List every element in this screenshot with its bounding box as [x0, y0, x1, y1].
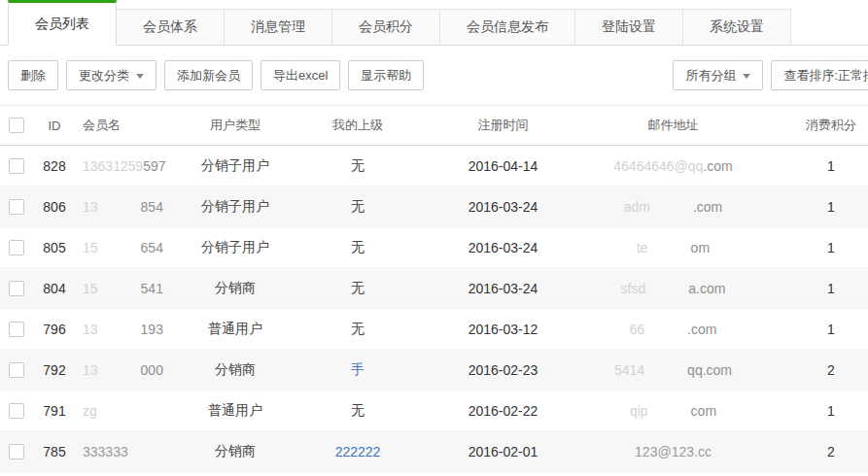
register-date: 2016-04-14	[418, 158, 588, 174]
email-address: sfsda.com	[588, 281, 758, 296]
register-date: 2016-02-01	[418, 444, 588, 459]
consume-points: 1	[758, 281, 868, 296]
column-header-id: ID	[33, 119, 76, 133]
register-date: 2016-03-24	[418, 281, 588, 296]
consume-points: 1	[758, 322, 868, 337]
superior-link[interactable]: 手	[351, 361, 365, 377]
tab-6[interactable]: 系统设置	[682, 9, 791, 45]
row-checkbox[interactable]	[9, 158, 24, 174]
redacted-text-start: 5414	[614, 362, 644, 378]
column-header-date: 注册时间	[418, 117, 588, 134]
redacted-text-end: 000	[141, 362, 163, 378]
member-name: 13631259597	[76, 158, 173, 174]
redacted-text-end: .com	[693, 199, 722, 215]
redacted-text-end: 654	[141, 240, 163, 255]
row-checkbox[interactable]	[9, 199, 24, 215]
superior: 无	[297, 402, 418, 420]
column-header-type: 用户类型	[173, 117, 297, 134]
table-header-row: ID会员名用户类型我的上级注册时间邮件地址消费积分	[0, 105, 868, 146]
superior: 无	[297, 239, 418, 256]
row-checkbox[interactable]	[9, 240, 24, 255]
consume-points: 1	[758, 158, 868, 174]
table-row: 79613193普通用户无2016-03-1266.com1	[0, 309, 868, 350]
member-name: 13193	[76, 322, 173, 337]
show-help-button[interactable]: 显示帮助	[348, 60, 424, 90]
row-checkbox-cell	[0, 199, 33, 215]
member-name: 13000	[76, 362, 173, 378]
email-address: 5414qq.com	[588, 362, 758, 378]
member-id: 791	[33, 403, 76, 419]
row-checkbox-cell	[0, 322, 33, 337]
superior[interactable]: 222222	[297, 444, 418, 459]
row-checkbox[interactable]	[9, 362, 24, 378]
redacted-text-start: zg	[83, 403, 97, 419]
member-name: 15541	[76, 281, 173, 296]
view-sort-button[interactable]: 查看排序:正常排序	[771, 60, 868, 90]
superior: 无	[297, 280, 418, 297]
superior: 无	[297, 198, 418, 216]
row-checkbox-cell	[0, 403, 33, 419]
add-member-button[interactable]: 添加新会员	[164, 60, 253, 90]
redacted-text-start: 13	[83, 362, 98, 378]
member-name: 13854	[76, 199, 173, 215]
superior: 无	[297, 157, 418, 175]
consume-points: 1	[758, 403, 868, 419]
redacted-text-end: 541	[141, 281, 163, 296]
member-id: 796	[33, 322, 76, 337]
member-id: 806	[33, 199, 76, 215]
redacted-text-end: om	[691, 240, 710, 255]
tab-0-active[interactable]: 会员列表	[8, 0, 117, 46]
member-id: 828	[33, 158, 76, 174]
redacted-text-start: 13631259	[83, 158, 143, 174]
all-groups-label: 所有分组	[685, 67, 736, 85]
tab-1[interactable]: 会员体系	[116, 9, 225, 45]
consume-points: 2	[758, 362, 868, 378]
member-name: zg	[76, 403, 173, 419]
row-checkbox-cell	[0, 444, 33, 459]
row-checkbox-cell	[0, 158, 33, 174]
member-id: 792	[33, 362, 76, 378]
table-row: 80613854分销子用户无2016-03-24adm.com1	[0, 187, 868, 227]
table-row: 791zg普通用户无2016-02-22qipcom1	[0, 391, 868, 431]
user-type: 分销商	[173, 361, 297, 379]
user-type: 分销子用户	[173, 157, 297, 175]
change-category-button[interactable]: 更改分类	[66, 60, 156, 90]
tab-3[interactable]: 会员积分	[331, 9, 440, 45]
delete-button[interactable]: 删除	[8, 60, 58, 90]
tab-5[interactable]: 登陆设置	[574, 9, 683, 45]
consume-points: 1	[758, 199, 868, 215]
tab-2[interactable]: 消息管理	[224, 9, 332, 45]
redacted-text-start: 46464646@qq	[613, 158, 703, 174]
user-type: 分销商	[173, 443, 297, 460]
redacted-text-start: 333333	[83, 444, 128, 459]
row-checkbox-cell	[0, 281, 33, 296]
caret-down-icon	[136, 74, 144, 83]
table-row: 79213000分销商手2016-02-235414qq.com2	[0, 350, 868, 391]
table-row: 80415541分销商无2016-03-24sfsda.com1	[0, 268, 868, 309]
register-date: 2016-02-23	[418, 362, 588, 378]
register-date: 2016-03-24	[418, 240, 588, 255]
superior[interactable]: 手	[297, 361, 418, 379]
all-groups-dropdown[interactable]: 所有分组	[673, 60, 763, 90]
member-admin-page: 会员列表会员体系消息管理会员积分会员信息发布登陆设置系统设置 删除 更改分类 添…	[0, 0, 868, 472]
select-all-checkbox-cell	[0, 118, 33, 133]
member-name: 15654	[76, 240, 173, 255]
redacted-text-start: 15	[83, 281, 98, 296]
toolbar: 删除 更改分类 添加新会员 导出excel 显示帮助 所有分组 查看排序:正常排…	[0, 46, 868, 105]
user-type: 普通用户	[173, 402, 297, 420]
row-checkbox[interactable]	[9, 403, 24, 419]
export-excel-button[interactable]: 导出excel	[260, 60, 340, 90]
email-address: 66.com	[588, 322, 758, 337]
tab-bar: 会员列表会员体系消息管理会员积分会员信息发布登陆设置系统设置	[0, 0, 868, 46]
redacted-text-end: com	[691, 403, 716, 419]
select-all-checkbox[interactable]	[9, 118, 24, 133]
tab-4[interactable]: 会员信息发布	[439, 9, 575, 45]
row-checkbox[interactable]	[9, 281, 24, 296]
redacted-text-end: qq.com	[687, 362, 732, 378]
member-name: 333333	[76, 444, 173, 459]
row-checkbox[interactable]	[9, 322, 24, 337]
superior-link[interactable]: 222222	[335, 444, 381, 459]
member-id: 785	[33, 444, 76, 459]
column-header-sup: 我的上级	[297, 117, 418, 134]
row-checkbox[interactable]	[9, 444, 24, 459]
